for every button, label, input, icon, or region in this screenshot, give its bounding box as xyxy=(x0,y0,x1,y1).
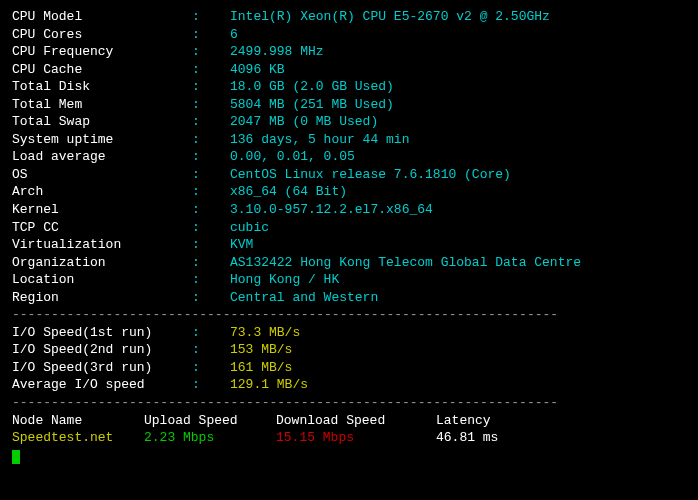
colon: : xyxy=(192,376,230,394)
info-row: Organization: AS132422 Hong Kong Telecom… xyxy=(12,254,686,272)
info-label: Arch xyxy=(12,183,192,201)
info-row: Load average: 0.00, 0.01, 0.05 xyxy=(12,148,686,166)
io-value: 161 MB/s xyxy=(230,359,292,377)
colon: : xyxy=(192,236,230,254)
info-label: TCP CC xyxy=(12,219,192,237)
speed-download: 15.15 Mbps xyxy=(276,429,436,447)
info-value: 5804 MB (251 MB Used) xyxy=(230,96,394,114)
info-label: OS xyxy=(12,166,192,184)
info-row: Region: Central and Western xyxy=(12,289,686,307)
io-value: 153 MB/s xyxy=(230,341,292,359)
colon: : xyxy=(192,183,230,201)
info-value: Intel(R) Xeon(R) CPU E5-2670 v2 @ 2.50GH… xyxy=(230,8,550,26)
colon: : xyxy=(192,8,230,26)
info-label: Virtualization xyxy=(12,236,192,254)
io-value: 73.3 MB/s xyxy=(230,324,300,342)
info-row: CPU Frequency: 2499.998 MHz xyxy=(12,43,686,61)
info-row: CPU Cores: 6 xyxy=(12,26,686,44)
io-row: I/O Speed(1st run): 73.3 MB/s xyxy=(12,324,686,342)
colon: : xyxy=(192,254,230,272)
info-label: Total Swap xyxy=(12,113,192,131)
info-value: 6 xyxy=(230,26,238,44)
colon: : xyxy=(192,61,230,79)
colon: : xyxy=(192,166,230,184)
info-value: 0.00, 0.01, 0.05 xyxy=(230,148,355,166)
colon: : xyxy=(192,131,230,149)
info-label: CPU Model xyxy=(12,8,192,26)
io-label: Average I/O speed xyxy=(12,376,192,394)
io-row: Average I/O speed: 129.1 MB/s xyxy=(12,376,686,394)
speed-latency: 46.81 ms xyxy=(436,429,556,447)
colon: : xyxy=(192,96,230,114)
io-speed-block: I/O Speed(1st run): 73.3 MB/sI/O Speed(2… xyxy=(12,324,686,394)
colon: : xyxy=(192,201,230,219)
info-row: Total Swap: 2047 MB (0 MB Used) xyxy=(12,113,686,131)
info-value: 4096 KB xyxy=(230,61,285,79)
colon: : xyxy=(192,289,230,307)
info-label: Organization xyxy=(12,254,192,272)
io-label: I/O Speed(1st run) xyxy=(12,324,192,342)
colon: : xyxy=(192,43,230,61)
info-value: 3.10.0-957.12.2.el7.x86_64 xyxy=(230,201,433,219)
info-row: Total Mem: 5804 MB (251 MB Used) xyxy=(12,96,686,114)
info-value: 136 days, 5 hour 44 min xyxy=(230,131,409,149)
io-label: I/O Speed(2nd run) xyxy=(12,341,192,359)
colon: : xyxy=(192,148,230,166)
header-upload: Upload Speed xyxy=(144,412,276,430)
info-value: 2047 MB (0 MB Used) xyxy=(230,113,378,131)
info-row: CPU Cache: 4096 KB xyxy=(12,61,686,79)
colon: : xyxy=(192,78,230,96)
colon: : xyxy=(192,26,230,44)
io-row: I/O Speed(2nd run): 153 MB/s xyxy=(12,341,686,359)
info-label: CPU Cores xyxy=(12,26,192,44)
info-row: Location: Hong Kong / HK xyxy=(12,271,686,289)
info-value: KVM xyxy=(230,236,253,254)
info-row: System uptime: 136 days, 5 hour 44 min xyxy=(12,131,686,149)
info-row: Arch: x86_64 (64 Bit) xyxy=(12,183,686,201)
colon: : xyxy=(192,324,230,342)
info-value: 18.0 GB (2.0 GB Used) xyxy=(230,78,394,96)
info-label: Load average xyxy=(12,148,192,166)
terminal-prompt[interactable] xyxy=(12,447,686,465)
system-info-block: CPU Model: Intel(R) Xeon(R) CPU E5-2670 … xyxy=(12,8,686,306)
info-value: 2499.998 MHz xyxy=(230,43,324,61)
info-label: System uptime xyxy=(12,131,192,149)
colon: : xyxy=(192,271,230,289)
io-row: I/O Speed(3rd run): 161 MB/s xyxy=(12,359,686,377)
info-label: CPU Cache xyxy=(12,61,192,79)
info-row: TCP CC: cubic xyxy=(12,219,686,237)
info-value: CentOS Linux release 7.6.1810 (Core) xyxy=(230,166,511,184)
speedtest-row: Speedtest.net 2.23 Mbps 15.15 Mbps 46.81… xyxy=(12,429,686,447)
info-label: CPU Frequency xyxy=(12,43,192,61)
info-value: x86_64 (64 Bit) xyxy=(230,183,347,201)
divider: ----------------------------------------… xyxy=(12,306,686,324)
info-label: Total Disk xyxy=(12,78,192,96)
info-value: Hong Kong / HK xyxy=(230,271,339,289)
info-row: OS: CentOS Linux release 7.6.1810 (Core) xyxy=(12,166,686,184)
colon: : xyxy=(192,359,230,377)
colon: : xyxy=(192,219,230,237)
colon: : xyxy=(192,341,230,359)
info-row: Kernel: 3.10.0-957.12.2.el7.x86_64 xyxy=(12,201,686,219)
info-row: CPU Model: Intel(R) Xeon(R) CPU E5-2670 … xyxy=(12,8,686,26)
colon: : xyxy=(192,113,230,131)
info-value: cubic xyxy=(230,219,269,237)
info-row: Virtualization: KVM xyxy=(12,236,686,254)
info-label: Location xyxy=(12,271,192,289)
speed-upload: 2.23 Mbps xyxy=(144,429,276,447)
header-download: Download Speed xyxy=(276,412,436,430)
info-value: AS132422 Hong Kong Telecom Global Data C… xyxy=(230,254,581,272)
header-latency: Latency xyxy=(436,412,556,430)
info-label: Kernel xyxy=(12,201,192,219)
info-value: Central and Western xyxy=(230,289,378,307)
divider: ----------------------------------------… xyxy=(12,394,686,412)
cursor-icon xyxy=(12,450,20,464)
speed-node: Speedtest.net xyxy=(12,429,144,447)
io-label: I/O Speed(3rd run) xyxy=(12,359,192,377)
info-label: Region xyxy=(12,289,192,307)
io-value: 129.1 MB/s xyxy=(230,376,308,394)
header-node: Node Name xyxy=(12,412,144,430)
speedtest-header: Node Name Upload Speed Download Speed La… xyxy=(12,412,686,430)
info-label: Total Mem xyxy=(12,96,192,114)
info-row: Total Disk: 18.0 GB (2.0 GB Used) xyxy=(12,78,686,96)
